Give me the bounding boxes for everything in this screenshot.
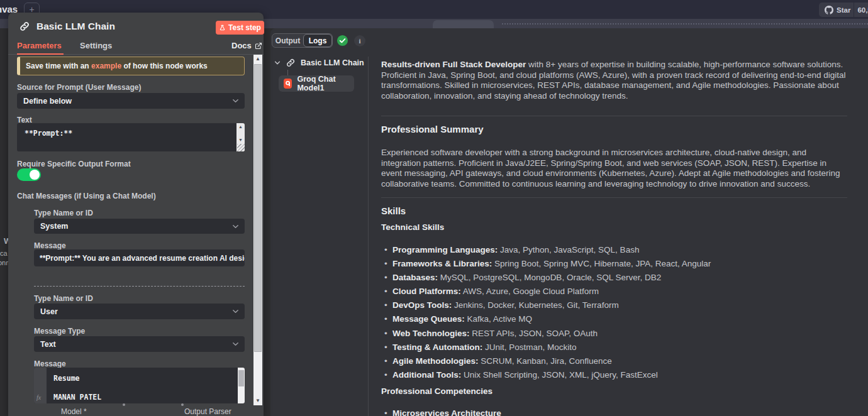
skill-label: Agile Methodologies:: [392, 356, 479, 366]
heading-professional-competencies: Professional Competencies: [381, 386, 847, 397]
chevron-down-icon: [232, 308, 239, 315]
skill-item: Additional Tools: Unix Shell Scripting, …: [392, 370, 847, 381]
message-label: Message: [34, 359, 66, 368]
skill-item: Databases: MySQL, PostgreSQL, MongoDB, O…: [392, 273, 847, 283]
skill-label: Message Queues:: [392, 314, 465, 324]
example-callout: Save time with an example of how this no…: [17, 57, 245, 75]
type-name-select-user[interactable]: User: [34, 304, 245, 319]
flask-icon: [219, 25, 226, 31]
type-name-select-system[interactable]: System: [34, 219, 245, 234]
ndv-footer: Model * Output Parser: [8, 405, 264, 416]
editor-gutter: fx: [34, 368, 47, 403]
select-value: Define below: [23, 97, 72, 106]
docs-link[interactable]: Docs: [231, 41, 262, 50]
docs-label: Docs: [231, 41, 252, 50]
editor-line: Resume: [53, 374, 80, 383]
skill-text: MySQL, PostgreSQL, MongoDB, Oracle, SQL …: [438, 273, 661, 282]
scroll-down-icon[interactable]: ▼: [253, 397, 262, 405]
user-message-editor[interactable]: fx Resume MANAN PATEL: [34, 368, 245, 403]
tree-item-basic-llm-chain[interactable]: Basic LLM Chain: [274, 58, 364, 68]
chevron-down-icon: [232, 223, 239, 230]
skill-text: Kafka, Active MQ: [465, 314, 532, 324]
output-logs-panel: Output Logs i Basic LLM Chain Groq Chat …: [270, 28, 868, 416]
type-name-label: Type Name or ID: [34, 294, 93, 303]
log-output-document: Results-driven Full Stack Developer with…: [381, 60, 847, 416]
input-value: **Prompt:** You are an advanced resume c…: [40, 254, 245, 263]
background-node-shape: [433, 20, 494, 28]
resize-grip-icon[interactable]: [237, 144, 245, 151]
select-value: Text: [40, 340, 56, 349]
source-prompt-select[interactable]: Define below: [17, 93, 245, 109]
scroll-down-icon[interactable]: ▼: [236, 136, 245, 144]
scrollbar-thumb[interactable]: [238, 370, 244, 386]
toggle-knob: [30, 170, 40, 180]
editor-scrollbar[interactable]: [238, 368, 245, 403]
callout-text: Save time with an: [26, 62, 91, 70]
skill-item: Agile Methodologies: SCRUM, Kanban, Jira…: [392, 356, 847, 367]
output-parser-connector-label[interactable]: Output Parser: [184, 407, 231, 416]
skill-label: Additional Tools:: [392, 370, 461, 380]
skill-text: Spring Boot, Spring MVC, Hibernate, JPA,…: [492, 259, 711, 268]
connector-dot[interactable]: [181, 403, 184, 406]
chain-link-icon: [19, 21, 30, 32]
skill-text: SCRUM, Kanban, Jira, Confluence: [479, 356, 612, 366]
tree-child-label: Groq Chat Model1: [297, 75, 354, 92]
skill-text: AWS, Azure, Google Cloud Platform: [461, 287, 599, 296]
panel-scrollbar[interactable]: ▲ ▼: [253, 55, 262, 405]
skill-text: Java, Python, JavaScript, SQL, Bash: [498, 245, 639, 255]
scroll-up-icon[interactable]: ▲: [236, 123, 245, 131]
chat-messages-label: Chat Messages (if Using a Chat Model): [17, 192, 156, 200]
node-details-panel: Basic LLM Chain Test step Parameters Set…: [8, 13, 264, 416]
skill-item: Programming Languages: Java, Python, Jav…: [392, 245, 847, 256]
skill-label: Frameworks & Libraries:: [392, 259, 492, 268]
github-star-widget[interactable]: Star 60,5: [819, 3, 868, 17]
intro-bold: Results-driven Full Stack Developer: [381, 60, 526, 69]
skill-label: Databases:: [392, 273, 438, 282]
scroll-up-icon[interactable]: ▲: [253, 55, 262, 63]
section-divider: [381, 197, 847, 198]
skill-item: Testing & Automation: JUnit, Postman, Mo…: [392, 342, 847, 353]
dotted-connector-line: [502, 23, 868, 25]
section-divider: [381, 116, 847, 116]
connector-dot[interactable]: [123, 403, 125, 406]
tab-parameters[interactable]: Parameters: [17, 41, 62, 50]
github-icon: [825, 6, 833, 14]
skill-label: Testing & Automation:: [392, 342, 482, 352]
message-label: Message: [34, 241, 66, 250]
chevron-down-icon[interactable]: [274, 60, 281, 66]
skill-text: Jenkins, Docker, Kubernetes, Git, Terraf…: [452, 300, 618, 310]
chain-link-icon: [286, 58, 296, 68]
skill-item: Message Queues: Kafka, Active MQ: [392, 314, 847, 325]
competency-label: Microservices Architecture: [392, 408, 501, 416]
skill-text: JUnit, Postman, Mockito: [482, 342, 576, 352]
output-format-toggle[interactable]: [17, 168, 41, 181]
groq-icon: [284, 79, 292, 89]
test-step-button[interactable]: Test step: [216, 21, 264, 35]
star-label: Star: [837, 6, 850, 14]
system-message-input[interactable]: **Prompt:** You are an advanced resume c…: [34, 249, 245, 266]
model-connector-label[interactable]: Model *: [61, 407, 87, 416]
skill-item: Web Technologies: REST APIs, JSON, SOAP,…: [392, 329, 847, 339]
tab-logs[interactable]: Logs: [303, 34, 332, 47]
tree-item-groq-chat-model[interactable]: Groq Chat Model1: [279, 75, 354, 92]
editor-line: MANAN PATEL: [53, 393, 101, 402]
canvas-text-snippet: ca: [0, 249, 8, 257]
tab-output[interactable]: Output: [272, 36, 303, 45]
callout-text: of how this node works: [121, 62, 208, 70]
intro-paragraph: Results-driven Full Stack Developer with…: [381, 60, 847, 101]
skill-item: DevOps Tools: Jenkins, Docker, Kubernete…: [392, 300, 847, 311]
tab-settings[interactable]: Settings: [80, 41, 112, 50]
heading-technical-skills: Technical Skills: [381, 222, 847, 233]
message-type-label: Message Type: [34, 327, 85, 336]
tree-root-label: Basic LLM Chain: [301, 58, 364, 67]
select-value: System: [40, 222, 68, 231]
scrollbar-thumb[interactable]: [254, 64, 262, 352]
example-link[interactable]: example: [91, 62, 121, 70]
select-value: User: [40, 307, 58, 316]
message-type-select[interactable]: Text: [34, 336, 245, 352]
text-textarea[interactable]: **Prompt:** ▲ ▼: [17, 123, 245, 151]
panel-divider: [368, 57, 369, 416]
info-icon[interactable]: i: [354, 35, 365, 47]
skill-label: DevOps Tools:: [392, 300, 452, 310]
chevron-down-icon: [232, 97, 239, 104]
